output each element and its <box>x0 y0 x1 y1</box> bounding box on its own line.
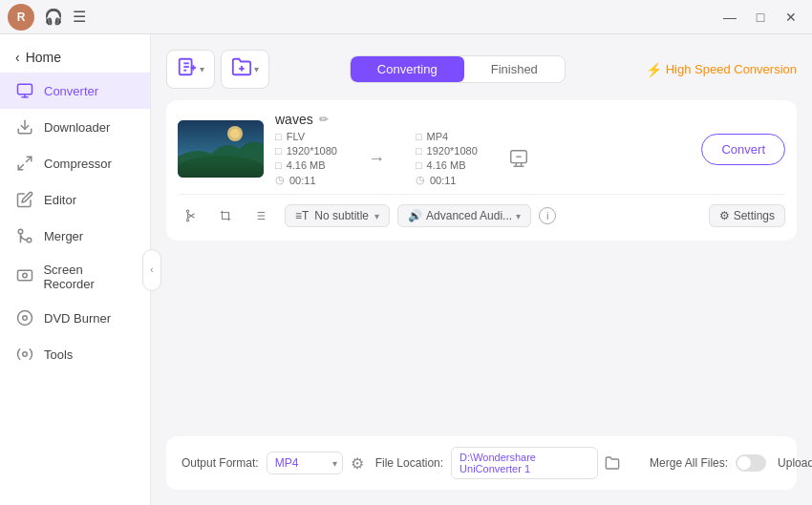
subtitle-select[interactable]: ≡T No subtitle ▾ <box>285 204 390 227</box>
editor-icon <box>15 190 34 209</box>
svg-point-12 <box>23 352 28 357</box>
svg-point-9 <box>22 273 27 278</box>
add-folder-chevron: ▾ <box>254 64 259 74</box>
sidebar-item-label: Screen Recorder <box>43 263 135 291</box>
sidebar-home-label: Home <box>26 50 61 65</box>
lightning-icon: ⚡ <box>646 62 662 77</box>
effects-icon-button[interactable] <box>246 202 273 229</box>
maximize-button[interactable]: □ <box>747 4 774 31</box>
cut-icon-button[interactable] <box>178 202 204 229</box>
file-name: waves <box>275 112 313 127</box>
subtitle-label: No subtitle <box>314 209 369 222</box>
svg-point-30 <box>186 220 188 221</box>
compressor-icon <box>15 154 34 173</box>
target-resolution-icon: □ <box>416 145 422 157</box>
merge-all-toggle[interactable] <box>736 454 766 472</box>
sidebar-item-label: Downloader <box>44 120 110 135</box>
target-duration-row: ◷ 00:11 <box>416 174 478 186</box>
support-icon: 🎧 <box>40 4 67 31</box>
crop-icon-button[interactable] <box>212 202 239 229</box>
svg-rect-8 <box>17 270 32 281</box>
info-button[interactable]: i <box>539 207 556 224</box>
app-body: ‹ Home Converter Downloader Compressor <box>0 34 812 505</box>
output-format-field: Output Format: MP4 MOV AVI MKV ▾ ⚙ <box>182 452 364 474</box>
audio-label: Advanced Audi... <box>426 209 512 222</box>
size-icon: □ <box>275 159 282 171</box>
sidebar-item-tools[interactable]: Tools <box>0 336 150 372</box>
edit-filename-icon[interactable]: ✏ <box>319 113 329 126</box>
settings-button[interactable]: ⚙ Settings <box>709 204 785 227</box>
sidebar-item-converter[interactable]: Converter <box>0 73 150 109</box>
file-location-label: File Location: <box>375 456 443 470</box>
resolution-icon: □ <box>275 145 282 157</box>
file-meta: □ FLV □ 1920*1080 □ 4.16 MB <box>275 131 690 186</box>
source-format-row: □ FLV <box>275 131 337 142</box>
minimize-button[interactable]: — <box>716 4 743 31</box>
source-duration-row: ◷ 00:11 <box>275 174 337 186</box>
file-card-header: waves ✏ □ FLV □ 1920*1080 <box>178 112 785 186</box>
merger-icon <box>15 226 34 245</box>
sidebar: ‹ Home Converter Downloader Compressor <box>0 34 151 505</box>
svg-line-5 <box>18 165 23 170</box>
add-folder-icon <box>231 56 252 82</box>
sidebar-collapse-button[interactable]: ‹ <box>142 249 161 291</box>
subtitle-icon: ≡T <box>295 209 309 222</box>
sidebar-item-downloader[interactable]: Downloader <box>0 109 150 145</box>
source-meta: □ FLV □ 1920*1080 □ 4.16 MB <box>275 131 337 186</box>
convert-button[interactable]: Convert <box>701 134 785 165</box>
output-format-select[interactable]: MP4 MOV AVI MKV <box>267 452 343 474</box>
audio-select[interactable]: 🔊 Advanced Audi... ▾ <box>397 204 531 227</box>
sidebar-item-label: Editor <box>44 193 76 207</box>
file-actions: ≡T No subtitle ▾ 🔊 Advanced Audi... ▾ i … <box>178 194 785 229</box>
menu-icon[interactable]: ☰ <box>73 8 86 26</box>
audio-chevron-icon: ▾ <box>516 211 521 221</box>
high-speed-label: High Speed Conversion <box>666 62 797 76</box>
add-folder-button[interactable]: ▾ <box>221 50 269 89</box>
svg-rect-0 <box>18 84 32 95</box>
converter-icon <box>15 81 34 100</box>
source-resolution-row: □ 1920*1080 <box>275 145 337 157</box>
sidebar-item-merger[interactable]: Merger <box>0 218 150 254</box>
sidebar-item-screen-recorder[interactable]: Screen Recorder <box>0 254 150 300</box>
source-format: FLV <box>287 131 305 142</box>
svg-rect-33 <box>223 213 229 220</box>
duration-icon: ◷ <box>275 174 285 186</box>
output-format-label: Output Format: <box>182 456 259 470</box>
target-file-type-icon: □ <box>416 131 422 142</box>
sidebar-item-label: Compressor <box>44 157 112 171</box>
add-file-icon <box>177 56 198 82</box>
downloader-icon <box>15 117 34 137</box>
add-file-button[interactable]: ▾ <box>166 50 215 89</box>
titlebar: R 🎧 ☰ — □ ✕ <box>0 0 812 34</box>
file-card: waves ✏ □ FLV □ 1920*1080 <box>166 100 797 241</box>
sidebar-item-compressor[interactable]: Compressor <box>0 145 150 181</box>
merge-all-label: Merge All Files: <box>650 456 728 470</box>
sidebar-item-dvd-burner[interactable]: DVD Burner <box>0 300 150 336</box>
file-thumbnail <box>178 120 264 178</box>
svg-point-31 <box>186 210 188 212</box>
bottom-bar: Output Format: MP4 MOV AVI MKV ▾ ⚙ File … <box>166 436 797 490</box>
target-size-icon: □ <box>416 159 422 171</box>
tools-icon <box>15 345 34 364</box>
tab-converting[interactable]: Converting <box>351 56 464 82</box>
sidebar-back-button[interactable]: ‹ Home <box>0 42 150 73</box>
sidebar-item-editor[interactable]: Editor <box>0 181 150 218</box>
user-avatar: R <box>8 4 34 31</box>
sidebar-item-label: Converter <box>44 84 98 98</box>
source-size-row: □ 4.16 MB <box>275 159 337 171</box>
svg-point-10 <box>18 311 32 326</box>
upload-cloud-field: Upload to Cloud <box>778 453 812 473</box>
file-location-field: File Location: D:\Wondershare UniConvert… <box>375 447 623 479</box>
browse-folder-button[interactable] <box>602 451 623 475</box>
source-resolution: 1920*1080 <box>287 145 337 157</box>
output-format-settings-button[interactable]: ⚙ <box>351 454 364 473</box>
tab-finished[interactable]: Finished <box>464 56 565 82</box>
close-button[interactable]: ✕ <box>778 4 804 31</box>
merge-all-field: Merge All Files: <box>650 454 766 472</box>
settings-gear-icon: ⚙ <box>719 209 730 222</box>
sidebar-item-label: DVD Burner <box>44 311 111 326</box>
svg-point-11 <box>23 316 28 321</box>
target-resolution-row: □ 1920*1080 <box>416 145 478 157</box>
source-duration: 00:11 <box>289 175 316 186</box>
format-settings-icon[interactable] <box>508 148 529 169</box>
